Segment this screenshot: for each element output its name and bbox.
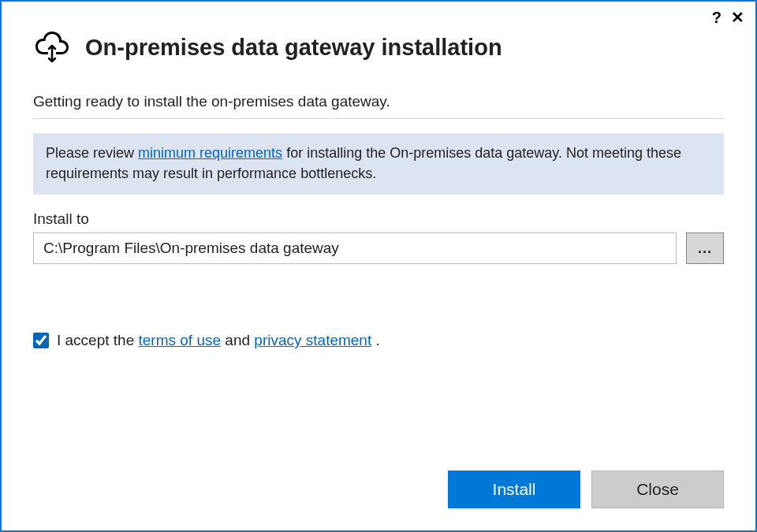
accept-checkbox[interactable] xyxy=(33,333,49,348)
header: On-premises data gateway installation xyxy=(33,30,724,65)
accept-text: I accept the terms of use and privacy st… xyxy=(57,332,380,349)
install-path-input[interactable] xyxy=(33,233,677,264)
install-path-row: ... xyxy=(33,233,724,264)
close-icon[interactable]: ✕ xyxy=(731,9,744,25)
installer-window: ? ✕ On-premises data gateway installatio… xyxy=(0,0,757,532)
terms-of-use-link[interactable]: terms of use xyxy=(139,332,222,348)
accept-suffix: . xyxy=(371,332,380,348)
requirements-info: Please review minimum requirements for i… xyxy=(33,133,724,195)
install-to-label: Install to xyxy=(33,210,724,228)
install-button[interactable]: Install xyxy=(448,471,580,508)
info-text-prefix: Please review xyxy=(46,145,138,161)
accept-mid: and xyxy=(221,332,254,348)
titlebar: ? ✕ xyxy=(712,9,744,25)
close-button[interactable]: Close xyxy=(591,471,724,508)
subtitle: Getting ready to install the on-premises… xyxy=(33,93,724,119)
page-title: On-premises data gateway installation xyxy=(85,35,502,61)
accept-terms-row: I accept the terms of use and privacy st… xyxy=(33,332,724,349)
privacy-statement-link[interactable]: privacy statement xyxy=(254,332,371,348)
action-buttons: Install Close xyxy=(448,471,724,508)
content-area: On-premises data gateway installation Ge… xyxy=(2,2,755,530)
help-icon[interactable]: ? xyxy=(712,9,722,25)
accept-prefix: I accept the xyxy=(57,332,139,348)
minimum-requirements-link[interactable]: minimum requirements xyxy=(138,145,282,161)
cloud-gateway-icon xyxy=(33,30,71,65)
browse-button[interactable]: ... xyxy=(686,233,724,264)
